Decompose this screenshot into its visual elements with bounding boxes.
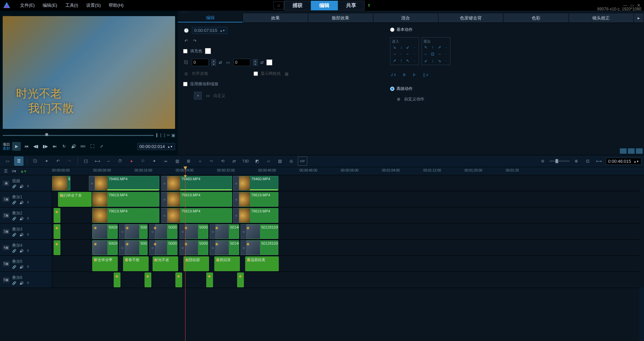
clip[interactable]: ★怀念毕业季	[92, 256, 118, 271]
tool-2[interactable]: ✦	[42, 156, 51, 166]
transition[interactable]: ⟐	[161, 176, 167, 191]
basic-motion-radio[interactable]	[390, 28, 394, 32]
link-icon[interactable]: 🔗	[12, 249, 16, 253]
editor-tab-color[interactable]: 色彩	[503, 13, 569, 22]
transition[interactable]: ⟐	[161, 192, 167, 207]
lock-icon[interactable]: ⠿	[27, 217, 29, 221]
menu-tools[interactable]: 工具(I)	[61, 2, 82, 8]
dir-sw[interactable]: ↙	[423, 58, 429, 63]
clip[interactable]: 79619.MP4	[92, 208, 159, 223]
clip[interactable]: ★时光不老	[153, 256, 178, 271]
zoom-in-button[interactable]: ⊕	[572, 156, 581, 166]
motion-icon-1[interactable]: ⫽▯	[390, 72, 396, 77]
editor-tab-lens[interactable]: 镜头校正	[569, 13, 634, 22]
track-content[interactable]: ★怀念毕业季★青春不散★时光不老★光阴似箭★蓦然回首★重温那段美	[52, 256, 644, 272]
preview-timecode[interactable]: 00:00:02:014 ▴▾	[137, 143, 175, 150]
tool-stretch[interactable]: ↔	[104, 156, 113, 166]
lock-icon[interactable]: ⠿	[27, 201, 29, 204]
clip[interactable]: 79460.MP4	[235, 176, 278, 191]
mute-icon[interactable]: 🔊	[19, 201, 23, 204]
step-back-button[interactable]: ◀▮	[32, 143, 40, 150]
tool-chapter[interactable]: ✦	[150, 156, 159, 166]
play-button[interactable]: ▶	[12, 142, 21, 151]
clip[interactable]: 79460.MP4	[92, 176, 159, 191]
dir-nw[interactable]: ↘	[392, 45, 397, 50]
link-icon[interactable]: 🔗	[12, 281, 16, 285]
tool-scroll[interactable]: ⇄	[229, 156, 239, 166]
ruler-menu-1[interactable]: ☰	[4, 169, 8, 174]
clip[interactable]: ★501281030	[245, 240, 278, 255]
tool-crop[interactable]: ▱	[264, 156, 273, 166]
track-header[interactable]: 3▣ 叠加3 🔗 🔊 ⠿	[0, 224, 52, 239]
tab-share[interactable]: 共享	[338, 1, 365, 10]
clip[interactable]: ★500360	[92, 240, 118, 255]
fullscreen-button[interactable]: ⛶	[89, 143, 96, 150]
tool-mask[interactable]: ◩	[252, 156, 262, 166]
dir-x3[interactable]: ·	[412, 58, 417, 63]
lock-icon[interactable]: ⠿	[27, 249, 29, 253]
num2-spinner[interactable]: ▴▾	[253, 59, 258, 66]
link-icon[interactable]: 🔗	[12, 217, 16, 221]
lock2-icon[interactable]: ⇄	[260, 60, 264, 65]
record-button[interactable]: ●	[127, 156, 136, 166]
tool-marker[interactable]: ⚐	[138, 156, 148, 166]
editor-tab-more[interactable]: ▸	[634, 13, 644, 22]
undo-icon[interactable]: ↶	[183, 39, 189, 43]
menu-edit[interactable]: 编辑(E)	[39, 2, 61, 8]
tool-1[interactable]: ⿻	[31, 156, 40, 166]
dir-w[interactable]: →	[392, 51, 397, 57]
clip[interactable]: ★	[145, 273, 151, 287]
clip[interactable]: ★501281030	[245, 224, 278, 239]
clip[interactable]: ★	[114, 273, 120, 287]
lock-icon[interactable]: ⠿	[27, 281, 29, 285]
num1-spinner[interactable]: ▴▾	[211, 59, 216, 66]
layout-1[interactable]	[620, 148, 627, 154]
tab-edit[interactable]: 编辑	[311, 1, 338, 10]
clip[interactable]: ★500557	[152, 224, 177, 239]
mute-button[interactable]: 🔊	[70, 143, 77, 150]
clip[interactable]: 79619.MP4	[165, 208, 232, 223]
num2-field[interactable]: 0	[233, 59, 250, 66]
transition[interactable]: ⟐	[89, 176, 95, 191]
editor-tab-face[interactable]: 脸部效果	[308, 13, 373, 22]
clip[interactable]: ★50035	[124, 240, 148, 255]
track-content[interactable]: ★★★★★	[52, 272, 644, 288]
clip[interactable]: ★	[175, 273, 182, 287]
clip[interactable]: 79619.MP4	[165, 192, 232, 207]
layout-3[interactable]	[636, 148, 643, 154]
track-header[interactable]: 1▣ 叠加1 🔗 🔊 ⠿	[0, 191, 52, 207]
redo-icon[interactable]: ↷	[192, 39, 198, 43]
preview-video[interactable]: 时光不老 我们不散	[3, 16, 175, 129]
clip[interactable]: ★	[54, 240, 60, 255]
clip[interactable]: 79619.MP4	[92, 192, 159, 207]
clip[interactable]: 79460.MP4	[165, 176, 232, 191]
clip[interactable]: ★50035	[124, 224, 148, 239]
dir-s[interactable]: ↓	[430, 58, 435, 63]
dir-n[interactable]: ↓	[398, 45, 404, 50]
editor-tab-edit[interactable]: 编辑	[178, 13, 243, 22]
dir-se[interactable]: ↘	[437, 58, 442, 63]
clip[interactable]: ★青春不散	[123, 256, 149, 271]
dir-x[interactable]: ·	[443, 45, 449, 50]
fillcolor-checkbox[interactable]	[183, 49, 187, 53]
clip[interactable]: ★光阴似箭	[183, 256, 209, 271]
dir-e[interactable]: →	[437, 51, 442, 57]
zoom-slider[interactable]	[549, 160, 570, 162]
panzoom-preset[interactable]: ▾	[194, 92, 202, 100]
panel-grip[interactable]: ::::::::	[3, 13, 175, 16]
dir-s[interactable]: ↑	[398, 58, 404, 63]
track-header[interactable]: ▣ 视频 🔗 🔊 ⠿	[0, 175, 52, 191]
tool-markin[interactable]: ⟦⟧	[81, 156, 91, 166]
clip[interactable]: ★500360	[92, 224, 118, 239]
editor-tab-chroma[interactable]: 色度键去背	[438, 13, 503, 22]
preview-mode-labels[interactable]: 项目 素材	[3, 142, 10, 150]
mode-project[interactable]: 项目	[3, 142, 10, 146]
menu-help[interactable]: 帮助(H)	[105, 2, 127, 8]
markin-icon[interactable]: ⟦	[160, 133, 162, 138]
transition[interactable]: ⟐	[233, 192, 239, 207]
dir-ne[interactable]: ↙	[405, 45, 411, 50]
clip[interactable]: ★重温那段美	[245, 256, 279, 271]
link-icon[interactable]: 🔗	[12, 265, 16, 269]
tool-grid[interactable]: ⊞	[184, 156, 193, 166]
dir-x[interactable]: ·	[412, 45, 417, 50]
